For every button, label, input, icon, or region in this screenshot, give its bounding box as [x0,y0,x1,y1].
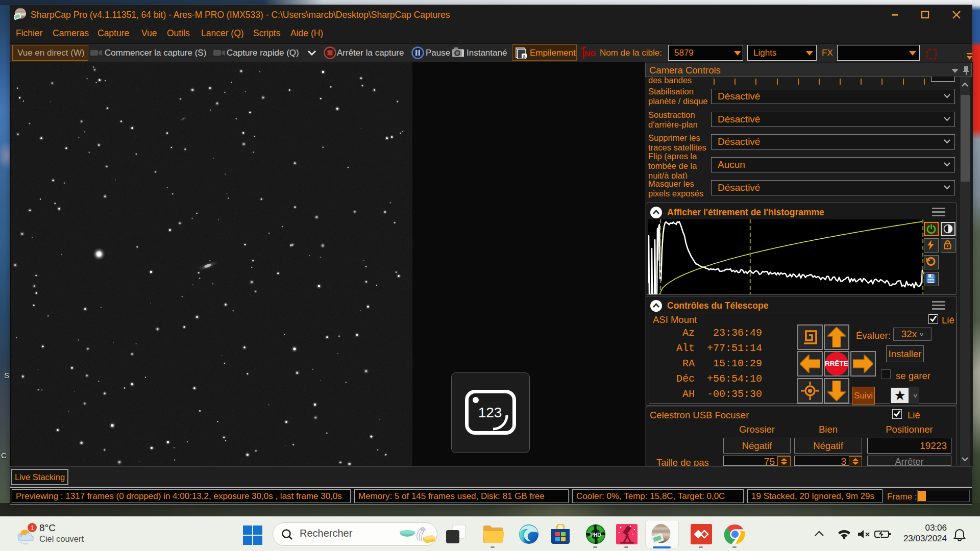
svg-text:a: a [523,54,525,59]
svg-text:123: 123 [478,405,502,420]
svg-text:1: 1 [30,524,34,532]
svg-text:PHD: PHD [590,532,601,538]
svg-text:ING: ING [582,49,596,58]
